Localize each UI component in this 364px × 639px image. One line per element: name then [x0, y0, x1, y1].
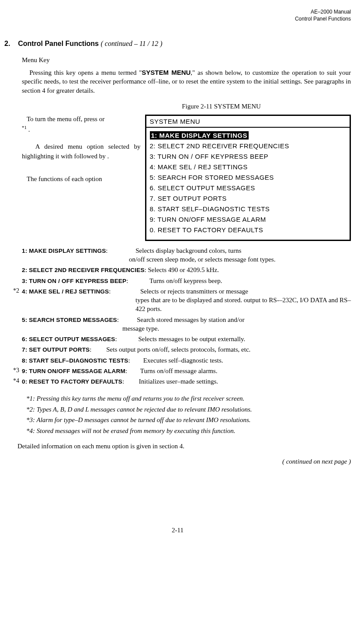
footnote-1: *1: Pressing this key turns the menu off…	[26, 394, 351, 404]
func-label-7: 7: SET OUTPUT PORTS	[22, 346, 90, 353]
menu-item-6: 6. SELECT OUTPUT MESSAGES	[150, 184, 255, 192]
func-item-4: *2 4: MAKE SEL / REJ SETTINGS: Selects o…	[22, 287, 351, 314]
func-desc-0: Initializes user–made settings.	[139, 378, 218, 385]
func-desc-1a: Selects display background colors, turns	[135, 247, 241, 254]
func-item-7: 7: SET OUTPUT PORTS: Sets output ports o…	[22, 345, 351, 354]
footnote-4: *4: Stored messages will not be erased f…	[26, 426, 351, 436]
func-star-0: *4	[13, 377, 19, 385]
menu-item-7: 7. SET OUTPUT PORTS	[150, 195, 227, 202]
menu-item-5: 5: SEARCH FOR STORED MESSAGES	[150, 174, 274, 181]
func-desc-5a: Search stored messages by station and/or	[137, 316, 244, 323]
func-label-5: 5: SEARCH STORED MESSAGES	[22, 317, 117, 323]
func-item-8: 8: START SELF–DIAGNOSTIC TESTS: Executes…	[22, 356, 351, 365]
intro-text-a: Pressing this key opens a menu termed "	[29, 69, 142, 76]
section-continued: ( continued – 11 / 12 )	[101, 40, 162, 47]
menu-item-3: 3: TURN ON / OFF KEYPRESS BEEP	[150, 153, 268, 160]
func-desc-9: Turns on/off message alarms.	[140, 367, 218, 374]
section-number: 2.	[4, 40, 10, 47]
menu-item-1-selected: 1: MAKE DISPLAY SETTINGS	[150, 131, 249, 140]
menu-item-2: 2: SELECT 2ND RECEIVER FREQUENCIES	[150, 142, 289, 150]
func-label-2: 2: SELECT 2ND RECEIVER FREQUENCIES	[22, 267, 145, 273]
func-desc-3: Turns on/off keypress beep.	[149, 277, 222, 284]
subheading-menu-key: Menu Key	[22, 56, 351, 64]
mid-row: To turn the menu off, press or *1 . A de…	[22, 115, 351, 241]
func-star-4: *2	[13, 287, 19, 295]
left-p1: To turn the menu off, press or *1 .	[22, 115, 141, 135]
menu-item-4: 4: MAKE SEL / REJ SETTINGS	[150, 163, 248, 171]
func-label-1: 1: MAKE DISPLAY SETTINGS	[22, 248, 106, 254]
func-label-9: 9: TURN ON/OFF MESSAGE ALARM	[22, 368, 125, 374]
menu-item-0: 0. RESET TO FACTORY DEFAULTS	[150, 226, 263, 234]
left-p3: The functions of each option	[22, 175, 141, 184]
func-label-4: 4: MAKE SEL / REJ SETTINGS	[22, 288, 109, 295]
func-desc-4b: types that are to be displayed and store…	[135, 296, 351, 314]
func-desc-7: Sets output ports on/off, selects protoc…	[106, 346, 250, 353]
intro-system-menu: SYSTEM MENU	[142, 69, 191, 76]
func-item-9: *3 9: TURN ON/OFF MESSAGE ALARM: Turns o…	[22, 367, 351, 375]
func-label-8: 8: START SELF–DIAGNOSTIC TESTS	[22, 357, 128, 364]
left-column: To turn the menu off, press or *1 . A de…	[22, 115, 145, 192]
system-menu-body: 1: MAKE DISPLAY SETTINGS 2: SELECT 2ND R…	[146, 128, 350, 240]
func-item-5: 5: SEARCH STORED MESSAGES: Search stored…	[22, 315, 351, 333]
closing-line: Detailed information on each menu option…	[17, 443, 351, 450]
func-item-1: 1: MAKE DISPLAY SETTINGS: Selects displa…	[22, 246, 351, 264]
page-number: 2-11	[4, 527, 351, 534]
system-menu-title: SYSTEM MENU	[146, 116, 350, 128]
system-menu-box: SYSTEM MENU 1: MAKE DISPLAY SETTINGS 2: …	[145, 115, 351, 241]
menu-item-9: 9: TURN ON/OFF MESSAGE ALARM	[150, 216, 266, 223]
header-line-2: Control Panel Functions	[295, 16, 351, 22]
func-desc-6: Selects messages to be output externally…	[138, 335, 245, 342]
header-line-1: AE–2000 Manual	[311, 9, 351, 15]
func-item-3: 3: TURN ON / OFF KEYPRESS BEEP: Turns on…	[22, 276, 351, 285]
section-heading: 2. Control Panel Functions ( continued –…	[4, 40, 351, 48]
func-item-6: 6: SELECT OUTPUT MESSAGES: Selects messa…	[22, 335, 351, 343]
func-desc-2: Selects 490 or 4209.5 kHz.	[148, 266, 219, 273]
func-label-6: 6: SELECT OUTPUT MESSAGES	[22, 336, 115, 342]
footnote-ref-1: *1	[22, 125, 27, 130]
page-header: AE–2000 Manual Control Panel Functions	[4, 9, 351, 22]
footnote-2: *2: Types A, B, D and L messages cannot …	[26, 405, 351, 415]
section-title-text: Control Panel Functions	[18, 40, 99, 47]
func-item-0: *4 0: RESET TO FACTORY DEFAULTS: Initial…	[22, 377, 351, 386]
footnote-3: *3: Alarm for type–D messages cannot be …	[26, 415, 351, 425]
func-desc-5b: message type.	[122, 324, 351, 333]
func-item-2: 2: SELECT 2ND RECEIVER FREQUENCIES: Sele…	[22, 265, 351, 274]
func-star-9: *3	[13, 367, 19, 375]
menu-item-8: 8. START SELF–DIAGNOSTIC TESTS	[150, 205, 270, 213]
func-desc-4a: Selects or rejects transmitters or messa…	[140, 288, 248, 295]
intro-paragraph: Pressing this key opens a menu termed "S…	[22, 68, 351, 95]
figure-caption: Figure 2-11 SYSTEM MENU	[92, 103, 351, 110]
func-label-0: 0: RESET TO FACTORY DEFAULTS	[22, 378, 122, 385]
footnotes: *1: Pressing this key turns the menu off…	[26, 394, 351, 436]
left-p2: A desired menu option selected by highli…	[22, 142, 141, 161]
continued-next-page: ( continued on next page )	[4, 458, 351, 465]
function-list: 1: MAKE DISPLAY SETTINGS: Selects displa…	[22, 246, 351, 386]
func-desc-8: Executes self–diagnostic tests.	[143, 357, 223, 364]
func-desc-1b: on/off screen sleep mode, or selects mes…	[129, 255, 351, 264]
func-label-3: 3: TURN ON / OFF KEYPRESS BEEP	[22, 278, 126, 284]
